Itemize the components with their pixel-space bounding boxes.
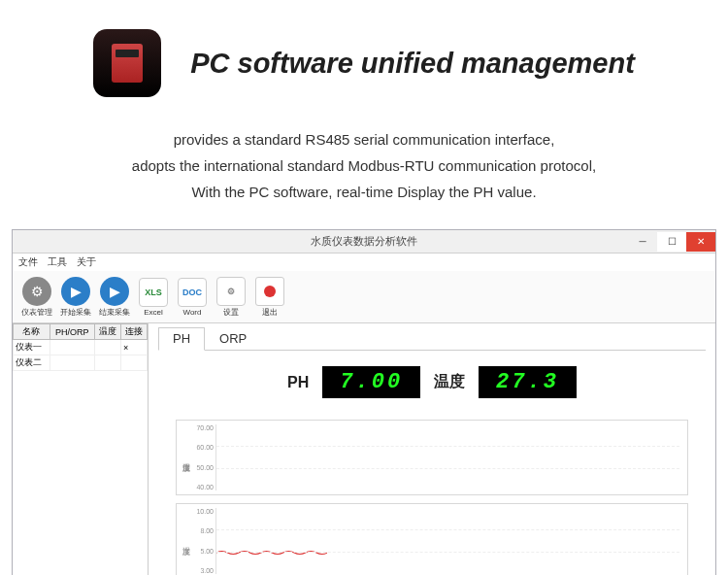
toolbar-end-collect[interactable]: ▶ 结束采集	[96, 277, 133, 318]
table-row[interactable]: 仪表一 ×	[14, 340, 148, 355]
maximize-button[interactable]: ☐	[657, 232, 686, 252]
exit-icon	[255, 277, 284, 306]
ph-label: PH	[287, 374, 309, 391]
tab-ph[interactable]: PH	[158, 327, 205, 351]
menu-tools[interactable]: 工具	[48, 255, 67, 269]
settings-icon: ⚙	[216, 277, 246, 306]
chart-plot-area	[215, 508, 679, 574]
description: provides a standard RS485 serial communi…	[0, 117, 728, 229]
chart-yticks: 10.00 8.00 5.00 3.00	[192, 504, 215, 575]
titlebar: 水质仪表数据分析软件 ─ ☐ ✕	[13, 230, 715, 254]
chart-ylabel: 湿度	[177, 504, 192, 575]
col-connect[interactable]: 连接	[120, 324, 147, 340]
instrument-table: 名称 PH/ORP 温度 连接 仪表一 × 仪表二	[13, 323, 148, 371]
play-icon: ▶	[100, 277, 129, 306]
description-line: provides a standard RS485 serial communi…	[39, 126, 689, 152]
menu-file[interactable]: 文件	[18, 255, 38, 269]
description-line: adopts the international standard Modbus…	[39, 152, 689, 179]
toolbar-excel[interactable]: XLS Excel	[135, 278, 172, 317]
app-window: 水质仪表数据分析软件 ─ ☐ ✕ 文件 工具 关于 ⚙ 仪表管理 ▶ 开始采集 …	[12, 229, 716, 575]
table-row[interactable]: 仪表二	[14, 355, 148, 371]
col-temp[interactable]: 温度	[94, 324, 120, 340]
app-icon	[93, 29, 161, 97]
toolbar-start-collect[interactable]: ▶ 开始采集	[57, 277, 94, 318]
close-button[interactable]: ✕	[686, 232, 715, 252]
toolbar-exit[interactable]: 退出	[251, 277, 288, 318]
readout-row: PH 7.00 温度 27.3	[158, 351, 706, 414]
play-icon: ▶	[61, 277, 90, 306]
gear-icon: ⚙	[22, 277, 51, 306]
page-title: PC software unified management	[190, 48, 635, 80]
main-panel: PH ORP PH 7.00 温度 27.3 湿度值 70.00 60.00 5…	[149, 323, 715, 575]
chart-ylabel: 湿度值	[177, 421, 192, 494]
description-line: With the PC software, real-time Display …	[39, 179, 689, 205]
chart-1: 湿度值 70.00 60.00 50.00 40.00	[176, 420, 688, 495]
tab-orp[interactable]: ORP	[205, 327, 261, 350]
col-phorp[interactable]: PH/ORP	[50, 324, 94, 340]
tabs: PH ORP	[158, 327, 706, 351]
header-section: PC software unified management	[0, 0, 728, 117]
toolbar: ⚙ 仪表管理 ▶ 开始采集 ▶ 结束采集 XLS Excel DOC Word …	[13, 271, 715, 323]
temp-label: 温度	[434, 372, 465, 392]
col-name[interactable]: 名称	[14, 324, 50, 340]
window-title: 水质仪表数据分析软件	[13, 234, 715, 249]
excel-icon: XLS	[139, 278, 168, 307]
sidebar: 名称 PH/ORP 温度 连接 仪表一 × 仪表二	[13, 323, 149, 575]
chart-yticks: 70.00 60.00 50.00 40.00	[192, 421, 215, 494]
chart-2: 湿度 10.00 8.00 5.00 3.00	[176, 503, 688, 575]
temp-value: 27.3	[479, 366, 577, 398]
chart-plot-area	[215, 424, 679, 490]
word-icon: DOC	[178, 278, 207, 307]
menu-about[interactable]: 关于	[77, 255, 96, 269]
toolbar-settings[interactable]: ⚙ 设置	[213, 277, 249, 318]
toolbar-word[interactable]: DOC Word	[174, 278, 211, 317]
minimize-button[interactable]: ─	[628, 232, 657, 252]
toolbar-instrument-manage[interactable]: ⚙ 仪表管理	[18, 277, 55, 318]
ph-value: 7.00	[322, 366, 420, 398]
menubar: 文件 工具 关于	[13, 254, 715, 271]
chart-line	[216, 544, 327, 554]
